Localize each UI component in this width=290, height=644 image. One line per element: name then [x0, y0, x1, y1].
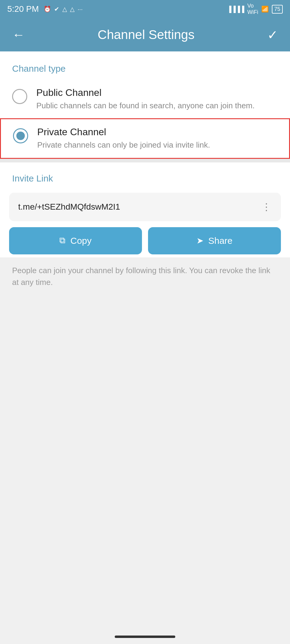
empty-gray-area: [0, 297, 290, 539]
more-icon: ···: [77, 6, 83, 13]
alarm-icon: ⏰: [44, 5, 51, 13]
page-title: Channel Settings: [98, 28, 195, 42]
public-channel-title: Public Channel: [36, 87, 255, 98]
drive-icon: △: [62, 5, 67, 13]
copy-icon: ⧉: [59, 236, 65, 246]
invite-link-info: People can join your channel by followin…: [0, 257, 290, 297]
copy-label: Copy: [70, 236, 91, 246]
section-divider: [0, 159, 290, 162]
action-buttons-row: ⧉ Copy ➤ Share: [9, 227, 281, 254]
public-channel-radio[interactable]: [12, 89, 27, 104]
link-more-button[interactable]: ⋮: [262, 201, 272, 213]
status-bar: 5:20 PM ⏰ ✔ △ △ ··· ▐▐▐▐ VoWiFi 📶 75: [0, 0, 290, 18]
status-icons: ⏰ ✔ △ △ ···: [44, 5, 83, 13]
public-channel-option[interactable]: Public Channel Public channels can be fo…: [0, 80, 290, 118]
channel-type-label: Channel type: [0, 51, 290, 80]
private-channel-radio[interactable]: [13, 128, 28, 143]
status-left: 5:20 PM ⏰ ✔ △ △ ···: [7, 4, 83, 14]
share-icon: ➤: [196, 236, 203, 246]
wifi-icon: 📶: [261, 5, 269, 13]
check-icon: ✔: [54, 5, 59, 13]
public-channel-description: Public channels can be found in search, …: [36, 100, 255, 111]
vowifi-icon: VoWiFi: [247, 3, 258, 15]
status-right: ▐▐▐▐ VoWiFi 📶 75: [227, 3, 283, 15]
telegram-icon: △: [70, 5, 74, 13]
share-label: Share: [208, 236, 232, 246]
app-bar: ← Channel Settings ✓: [0, 18, 290, 51]
invite-link-section: Invite Link t.me/+tSEZhdMQfdswM2I1 ⋮ ⧉ C…: [0, 162, 290, 254]
private-channel-text: Private Channel Private channels can onl…: [37, 126, 210, 150]
home-bar: [115, 636, 175, 638]
invite-link-value: t.me/+tSEZhdMQfdswM2I1: [18, 202, 120, 212]
status-time: 5:20 PM: [7, 4, 39, 14]
confirm-button[interactable]: ✓: [267, 28, 278, 42]
private-channel-option[interactable]: Private Channel Private channels can onl…: [0, 118, 290, 159]
invite-link-label: Invite Link: [0, 162, 290, 190]
private-channel-title: Private Channel: [37, 126, 210, 138]
public-channel-text: Public Channel Public channels can be fo…: [36, 87, 255, 111]
copy-button[interactable]: ⧉ Copy: [9, 227, 142, 254]
content-area: Channel type Public Channel Public chann…: [0, 51, 290, 539]
back-button[interactable]: ←: [12, 28, 25, 42]
battery-icon: 75: [272, 5, 283, 14]
private-channel-description: Private channels can only be joined via …: [37, 139, 210, 150]
share-button[interactable]: ➤ Share: [148, 227, 281, 254]
signal-icon: ▐▐▐▐: [227, 6, 244, 13]
invite-link-box: t.me/+tSEZhdMQfdswM2I1 ⋮: [9, 193, 281, 221]
